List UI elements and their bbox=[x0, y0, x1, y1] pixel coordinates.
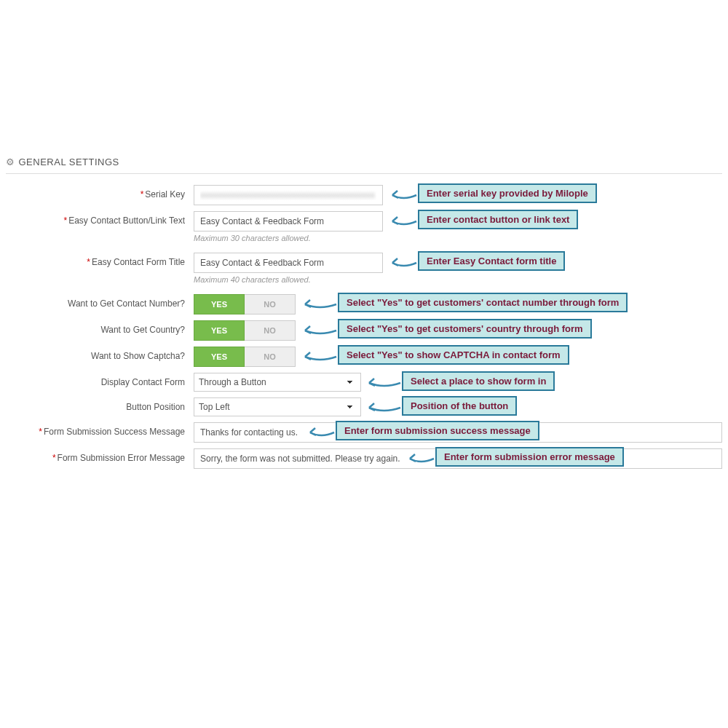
row-form-title: *Easy Contact Form Title Maximum 40 char… bbox=[6, 253, 722, 284]
callout-country: Select "Yes" to get customers' country t… bbox=[338, 319, 592, 339]
row-captcha: Want to Show Captcha? YES NO Select "Yes… bbox=[6, 347, 722, 367]
callout-captcha: Select "Yes" to show CAPTCHA in contact … bbox=[338, 345, 569, 365]
row-display-form: Display Contact Form Through a Button Se… bbox=[6, 373, 722, 392]
toggle-country-yes[interactable]: YES bbox=[194, 320, 245, 341]
section-title: GENERAL SETTINGS bbox=[19, 157, 119, 167]
row-error-msg: *Form Submission Error Message Enter for… bbox=[6, 448, 722, 469]
label-error-msg: *Form Submission Error Message bbox=[6, 448, 194, 463]
callout-error-msg: Enter form submission error message bbox=[435, 447, 624, 467]
label-button-text: *Easy Contact Button/Link Text bbox=[6, 211, 194, 226]
callout-serial-key: Enter serial key provided by Milople bbox=[418, 183, 597, 203]
form-title-input[interactable] bbox=[194, 253, 383, 273]
row-success-msg: *Form Submission Success Message Enter f… bbox=[6, 422, 722, 443]
label-country: Want to Get Country? bbox=[6, 320, 194, 335]
toggle-captcha-yes[interactable]: YES bbox=[194, 347, 245, 367]
toggle-contact-number-yes[interactable]: YES bbox=[194, 294, 245, 314]
toggle-captcha-no[interactable]: NO bbox=[245, 347, 296, 367]
callout-button-text: Enter contact button or link text bbox=[418, 210, 578, 229]
row-button-position: Button Position Top Left Position of the… bbox=[6, 397, 722, 416]
button-position-select[interactable]: Top Left bbox=[194, 397, 361, 416]
row-button-text: *Easy Contact Button/Link Text Maximum 3… bbox=[6, 211, 722, 242]
row-contact-number: Want to Get Contact Number? YES NO Selec… bbox=[6, 294, 722, 314]
row-country: Want to Get Country? YES NO Select "Yes"… bbox=[6, 320, 722, 341]
label-display-form: Display Contact Form bbox=[6, 373, 194, 387]
callout-form-title: Enter Easy Contact form title bbox=[418, 251, 565, 271]
display-form-select[interactable]: Through a Button bbox=[194, 373, 361, 392]
button-text-input[interactable] bbox=[194, 211, 383, 232]
label-captcha: Want to Show Captcha? bbox=[6, 347, 194, 361]
help-form-title: Maximum 40 characters allowed. bbox=[194, 275, 722, 284]
gear-icon: ⚙ bbox=[6, 157, 15, 167]
label-button-position: Button Position bbox=[6, 397, 194, 412]
row-serial-key: *Serial Key Enter serial key provided by… bbox=[6, 185, 722, 205]
callout-button-position: Position of the button bbox=[402, 396, 517, 416]
section-header: ⚙ GENERAL SETTINGS bbox=[6, 157, 722, 174]
label-success-msg: *Form Submission Success Message bbox=[6, 422, 194, 437]
toggle-country-no[interactable]: NO bbox=[245, 320, 296, 341]
callout-display-form: Select a place to show form in bbox=[402, 371, 555, 391]
serial-key-input[interactable] bbox=[194, 185, 383, 205]
label-form-title: *Easy Contact Form Title bbox=[6, 253, 194, 267]
help-button-text: Maximum 30 characters allowed. bbox=[194, 234, 722, 242]
toggle-contact-number-no[interactable]: NO bbox=[245, 294, 296, 314]
label-contact-number: Want to Get Contact Number? bbox=[6, 294, 194, 309]
callout-success-msg: Enter form submission success message bbox=[336, 421, 539, 440]
label-serial-key: *Serial Key bbox=[6, 185, 194, 199]
callout-contact-number: Select "Yes" to get customers' contact n… bbox=[338, 293, 628, 312]
